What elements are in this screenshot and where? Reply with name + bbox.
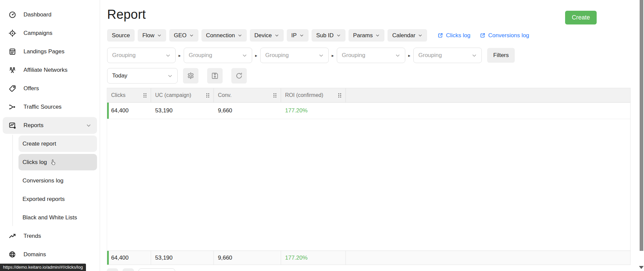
sidebar-item-label: Traffic Sources [24, 104, 61, 110]
sidebar-subitem-exported-reports[interactable]: Exported reports [0, 190, 100, 208]
date-range-value: Today [112, 72, 127, 79]
sidebar-subitem-conversions-log[interactable]: Conversions log [0, 171, 100, 190]
column-header-clicks[interactable]: Clicks [107, 88, 151, 102]
sidebar-item-reports[interactable]: Reports [0, 116, 100, 134]
row-accent-bar [107, 103, 109, 119]
filter-chip-flow[interactable]: Flow [138, 29, 166, 42]
column-header-uc-campaign[interactable]: UC (campaign) [151, 88, 214, 102]
sidebar-item-label: Dashboard [24, 11, 51, 18]
filter-chips-row: Source Flow GEO Connection Device IP [107, 29, 529, 42]
filter-chip-ip[interactable]: IP [287, 29, 309, 42]
subitem-label: Create report [22, 141, 56, 147]
chip-label: Flow [142, 32, 154, 39]
grouping-row: Grouping ▸ Grouping ▸ Grouping ▸ Groupin… [107, 48, 515, 63]
save-icon [211, 72, 219, 80]
sidebar-subitem-clicks-log[interactable]: Clicks log [0, 153, 100, 171]
column-drag-handle-icon[interactable] [143, 93, 147, 98]
pagination-button[interactable] [123, 268, 134, 271]
create-button[interactable]: Create [565, 11, 597, 24]
subitem-label: Black and White Lists [22, 214, 77, 221]
cell-uc-campaign: 53,190 [151, 103, 214, 119]
clicks-log-link[interactable]: Clicks log [438, 32, 470, 39]
chevron-down-icon [86, 122, 92, 128]
cell-conv: 9,660 [214, 103, 281, 119]
grouping-select-3[interactable]: Grouping [260, 48, 329, 63]
subitem-label: Clicks log [22, 159, 47, 166]
sidebar-item-label: Trends [24, 233, 41, 239]
save-report-button[interactable] [207, 68, 223, 84]
scrollbar-down-arrow-icon[interactable] [639, 266, 644, 269]
sidebar-item-domains[interactable]: Domains [0, 245, 100, 264]
landing-pages-icon [8, 47, 17, 56]
grouping-select-1[interactable]: Grouping [107, 48, 176, 63]
sidebar: Dashboard Campaigns Landings Pages [0, 0, 100, 271]
report-settings-button[interactable] [183, 68, 198, 84]
filter-chip-source[interactable]: Source [107, 29, 135, 42]
offers-icon [8, 84, 17, 93]
grouping-placeholder: Grouping [265, 52, 289, 59]
log-links: Clicks log Conversions log [438, 32, 529, 39]
sidebar-item-affiliate-networks[interactable]: Affiliate Networks [0, 61, 100, 79]
per-page-select[interactable] [138, 268, 175, 271]
sidebar-subitem-create-report[interactable]: Create report [0, 134, 100, 153]
chevron-down-icon [238, 33, 242, 38]
grouping-select-5[interactable]: Grouping [413, 48, 482, 63]
table-empty-area [107, 119, 630, 251]
column-header-roi-confirmed[interactable]: ROI (confirmed) [281, 88, 346, 102]
sidebar-item-campaigns[interactable]: Campaigns [0, 24, 100, 42]
refresh-button[interactable] [231, 68, 247, 84]
subitem-label: Conversions log [22, 177, 63, 184]
chevron-down-icon [168, 73, 173, 78]
cell-clicks: 64,400 [107, 103, 151, 119]
reports-icon [8, 121, 17, 130]
sidebar-item-label: Domains [24, 251, 46, 258]
vertical-scrollbar [638, 0, 644, 271]
filter-chip-geo[interactable]: GEO [169, 29, 198, 42]
filter-chip-connection[interactable]: Connection [201, 29, 247, 42]
status-bar-url: https://demo.keitaro.io/admin/#!/clicks/… [0, 264, 86, 271]
chip-label: Calendar [392, 32, 415, 39]
table-header: Clicks UC (campaign) Conv. ROI (confirme… [107, 88, 630, 103]
grouping-select-2[interactable]: Grouping [184, 48, 252, 63]
pagination-button[interactable] [107, 268, 118, 271]
column-header-conv[interactable]: Conv. [214, 88, 281, 102]
main-content: Report Create Source Flow GEO Connection… [100, 0, 644, 271]
grouping-placeholder: Grouping [342, 52, 365, 59]
filter-chip-sub-id[interactable]: Sub ID [312, 29, 346, 42]
table-row[interactable]: 64,400 53,190 9,660 177.20% [107, 103, 630, 119]
chip-label: Sub ID [316, 32, 334, 39]
filter-chip-calendar[interactable]: Calendar [387, 29, 427, 42]
chevron-down-icon [157, 33, 162, 38]
column-drag-handle-icon[interactable] [338, 93, 341, 98]
filters-button[interactable]: Filters [487, 48, 515, 63]
chip-label: Params [353, 32, 373, 39]
column-drag-handle-icon[interactable] [273, 93, 277, 98]
link-label: Conversions log [488, 32, 529, 39]
chip-label: Source [112, 32, 130, 39]
date-toolbar: Today [107, 68, 247, 84]
chevron-down-icon [336, 33, 341, 38]
grouping-select-4[interactable]: Grouping [337, 48, 405, 63]
grouping-placeholder: Grouping [112, 52, 136, 59]
mouse-pointer-icon [50, 159, 57, 166]
sidebar-item-landings-pages[interactable]: Landings Pages [0, 42, 100, 61]
sidebar-subitem-black-white-lists[interactable]: Black and White Lists [0, 208, 100, 227]
sidebar-item-offers[interactable]: Offers [0, 79, 100, 98]
column-label: Clicks [111, 92, 126, 98]
table-totals-row: 64,400 53,190 9,660 177.20% [107, 251, 630, 265]
pagination [107, 268, 175, 271]
column-drag-handle-icon[interactable] [206, 93, 210, 98]
sidebar-item-dashboard[interactable]: Dashboard [0, 5, 100, 24]
grouping-placeholder: Grouping [418, 52, 442, 59]
grouping-placeholder: Grouping [189, 52, 212, 59]
date-range-select[interactable]: Today [107, 68, 178, 84]
chip-label: IP [291, 32, 297, 39]
sidebar-item-traffic-sources[interactable]: Traffic Sources [0, 98, 100, 116]
grouping-separator: ▸ [176, 53, 184, 58]
column-label: ROI (confirmed) [285, 92, 323, 98]
sidebar-item-trends[interactable]: Trends [0, 227, 100, 245]
conversions-log-link[interactable]: Conversions log [480, 32, 529, 39]
filter-chip-params[interactable]: Params [349, 29, 385, 42]
filter-chip-device[interactable]: Device [250, 29, 284, 42]
scrollbar-thumb[interactable] [640, 0, 643, 251]
